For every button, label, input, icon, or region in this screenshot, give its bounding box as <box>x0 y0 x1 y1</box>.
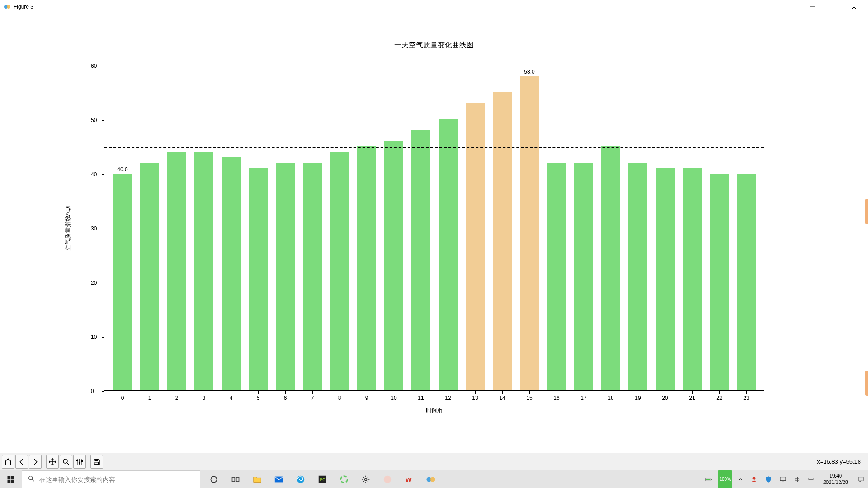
action-center-icon[interactable] <box>855 470 866 488</box>
loading-app-icon[interactable] <box>333 470 355 488</box>
wps-icon[interactable]: W <box>398 470 420 488</box>
bar <box>222 157 241 390</box>
x-tick-label: 5 <box>257 395 260 401</box>
bar <box>656 168 675 390</box>
y-tick-label: 60 <box>91 63 98 69</box>
svg-rect-14 <box>95 459 98 461</box>
x-tick-mark <box>692 391 693 394</box>
ime-indicator[interactable]: 中 <box>807 470 816 488</box>
search-input[interactable] <box>39 476 194 483</box>
y-axis-label: 空气质量指数AQI <box>64 206 72 251</box>
start-button[interactable] <box>0 470 22 488</box>
back-button[interactable] <box>15 455 28 469</box>
y-tick-label: 10 <box>91 334 98 340</box>
x-tick-label: 10 <box>391 395 396 401</box>
x-tick-label: 16 <box>553 395 559 401</box>
mail-icon[interactable] <box>268 470 290 488</box>
settings-gear-icon[interactable] <box>355 470 377 488</box>
search-icon <box>28 475 35 484</box>
x-tick-mark <box>150 391 150 394</box>
figure-canvas[interactable]: 一天空气质量变化曲线图 空气质量指数AQI 010203040506001234… <box>0 14 868 453</box>
svg-text:W: W <box>406 476 412 483</box>
x-tick-mark <box>529 391 530 394</box>
maximize-button[interactable] <box>823 0 844 14</box>
svg-point-1 <box>7 5 10 9</box>
pan-button[interactable] <box>46 455 59 469</box>
x-tick-label: 11 <box>418 395 424 401</box>
svg-point-31 <box>384 475 392 483</box>
x-tick-mark <box>719 391 720 394</box>
bar-annotation: 58.0 <box>524 69 534 75</box>
x-tick-mark <box>231 391 231 394</box>
x-tick-label: 22 <box>716 395 722 401</box>
x-tick-mark <box>177 391 177 394</box>
x-tick-mark <box>421 391 421 394</box>
x-tick-mark <box>394 391 394 394</box>
mpl-toolbar: x=16.83 y=55.18 <box>0 453 868 470</box>
taskbar-clock[interactable]: 19:40 2021/12/28 <box>820 473 852 485</box>
svg-point-29 <box>341 476 348 483</box>
matplotlib-window-icon[interactable] <box>420 470 442 488</box>
security-icon[interactable] <box>763 470 774 488</box>
svg-text:PC: PC <box>320 477 325 482</box>
bar <box>167 152 186 390</box>
power-icon[interactable] <box>703 470 714 488</box>
x-tick-label: 18 <box>608 395 613 401</box>
home-button[interactable] <box>2 455 14 469</box>
y-tick-mark <box>102 174 104 175</box>
x-tick-label: 1 <box>148 395 151 401</box>
volume-icon[interactable] <box>792 470 803 488</box>
display-icon[interactable] <box>778 470 788 488</box>
edge-icon[interactable] <box>290 470 311 488</box>
file-explorer-icon[interactable] <box>246 470 268 488</box>
zoom-button[interactable] <box>60 455 72 469</box>
bar <box>384 141 403 390</box>
x-tick-mark <box>665 391 665 394</box>
tray-app-icon[interactable] <box>749 470 760 488</box>
taskbar-search[interactable] <box>22 470 200 488</box>
configure-subplots-button[interactable] <box>73 455 86 469</box>
x-tick-mark <box>475 391 476 394</box>
x-tick-mark <box>258 391 259 394</box>
svg-point-38 <box>753 477 756 480</box>
y-tick-label: 30 <box>91 225 98 232</box>
app-icon-generic[interactable] <box>377 470 398 488</box>
bar <box>628 163 647 390</box>
save-button[interactable] <box>90 455 103 469</box>
x-tick-mark <box>746 391 747 394</box>
x-tick-label: 8 <box>338 395 341 401</box>
pycharm-icon[interactable]: PC <box>311 470 333 488</box>
tray-chevron-icon[interactable] <box>736 470 745 488</box>
bar <box>439 119 458 390</box>
bar <box>303 163 322 390</box>
svg-rect-41 <box>858 477 863 481</box>
x-tick-mark <box>448 391 448 394</box>
x-tick-label: 0 <box>121 395 124 401</box>
close-button[interactable] <box>844 0 864 14</box>
x-tick-label: 2 <box>175 395 179 401</box>
x-tick-mark <box>312 391 313 394</box>
x-tick-label: 9 <box>365 395 368 401</box>
bar <box>547 163 566 390</box>
svg-rect-3 <box>831 5 835 9</box>
bar <box>113 174 132 390</box>
y-tick-label: 0 <box>91 388 98 394</box>
bar <box>276 163 295 390</box>
cortana-icon[interactable] <box>203 470 225 488</box>
window-title: Figure 3 <box>14 4 33 10</box>
x-tick-mark <box>340 391 340 394</box>
x-tick-label: 15 <box>526 395 532 401</box>
x-tick-label: 19 <box>635 395 641 401</box>
svg-rect-37 <box>706 479 710 480</box>
bar-annotation: 40.0 <box>117 166 127 173</box>
forward-button[interactable] <box>29 455 42 469</box>
minimize-button[interactable] <box>802 0 823 14</box>
plot-area: 0102030405060012345678910111213141516171… <box>104 66 764 391</box>
x-tick-label: 20 <box>662 395 668 401</box>
chart-title: 一天空气质量变化曲线图 <box>394 41 474 50</box>
taskview-icon[interactable] <box>225 470 246 488</box>
chart-container: 一天空气质量变化曲线图 空气质量指数AQI 010203040506001234… <box>81 50 787 407</box>
svg-point-6 <box>63 459 67 463</box>
taskbar-apps: PC W <box>203 470 442 488</box>
x-tick-label: 23 <box>743 395 749 401</box>
